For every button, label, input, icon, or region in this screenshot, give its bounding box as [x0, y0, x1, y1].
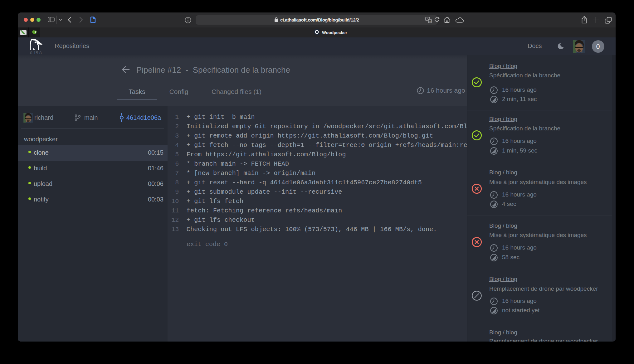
svg-text:a: a — [429, 20, 431, 23]
